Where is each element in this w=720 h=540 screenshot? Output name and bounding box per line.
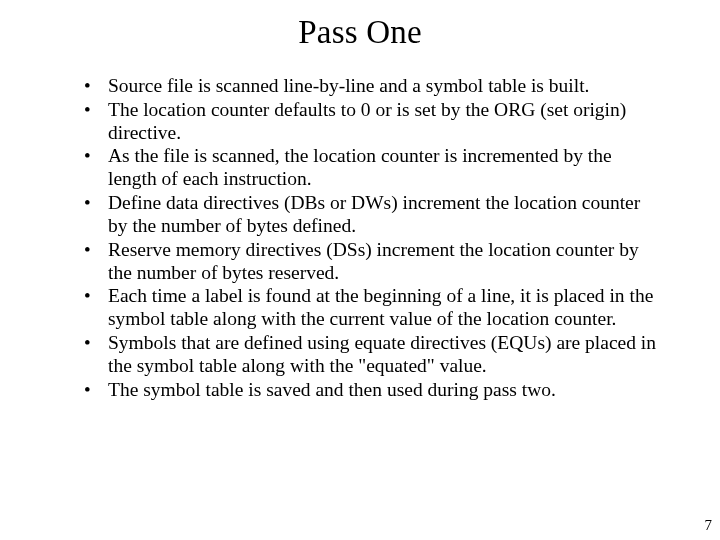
slide: Pass One Source file is scanned line-by-… xyxy=(0,0,720,540)
list-item: Source file is scanned line-by-line and … xyxy=(84,75,660,98)
page-number: 7 xyxy=(705,517,713,534)
list-item: Define data directives (DBs or DWs) incr… xyxy=(84,192,660,238)
list-item: Each time a label is found at the beginn… xyxy=(84,285,660,331)
list-item: As the file is scanned, the location cou… xyxy=(84,145,660,191)
list-item: The location counter defaults to 0 or is… xyxy=(84,99,660,145)
list-item: Reserve memory directives (DSs) incremen… xyxy=(84,239,660,285)
slide-title: Pass One xyxy=(60,14,660,51)
list-item: Symbols that are defined using equate di… xyxy=(84,332,660,378)
bullet-list: Source file is scanned line-by-line and … xyxy=(60,75,660,401)
list-item: The symbol table is saved and then used … xyxy=(84,379,660,402)
